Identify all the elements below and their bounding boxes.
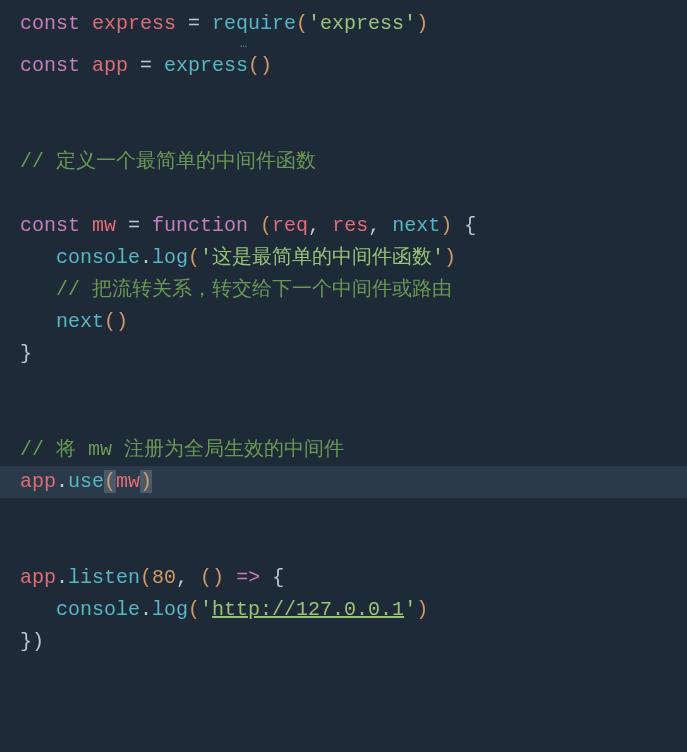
code-line-8: } — [20, 338, 667, 370]
comment-text: 把流转关系，转交给下一个中间件或路由 — [80, 278, 452, 301]
console: console — [56, 246, 140, 269]
comment-slash: // — [20, 150, 44, 173]
param-next: next — [392, 214, 440, 237]
var-express: express — [92, 12, 176, 35]
code-line-13: }) — [20, 626, 667, 658]
fn-next: next — [56, 310, 104, 333]
blank-line — [20, 402, 667, 434]
code-line-comment-3: // 将 mw 注册为全局生效的中间件 — [20, 434, 667, 466]
param-req: req — [272, 214, 308, 237]
comment-mw-ref: mw — [88, 438, 112, 461]
code-line-comment-2: // 把流转关系，转交给下一个中间件或路由 — [20, 274, 667, 306]
method-use: use — [68, 470, 104, 493]
keyword-const: const — [20, 12, 80, 35]
method-log: log — [152, 246, 188, 269]
code-line-2: const app = express() — [20, 50, 667, 82]
blank-line — [20, 530, 667, 562]
code-line-active: app.use(mw) — [0, 466, 687, 498]
keyword-function: function — [152, 214, 248, 237]
code-line-1: const express = require('express') — [20, 8, 667, 40]
code-line-4: const mw = function (req, res, next) { — [20, 210, 667, 242]
string-express: 'express' — [308, 12, 416, 35]
var-app: app — [92, 54, 128, 77]
arrow-fn: => — [224, 566, 272, 589]
code-editor[interactable]: const express = require('express') … con… — [20, 8, 667, 658]
fn-require: require — [212, 12, 296, 35]
blank-line — [20, 370, 667, 402]
number-port: 80 — [152, 566, 176, 589]
string-log-msg: '这是最简单的中间件函数' — [200, 246, 444, 269]
collapse-hint: … — [240, 40, 667, 50]
code-line-7: next() — [20, 306, 667, 338]
selection-start: ( — [104, 470, 116, 493]
blank-line — [20, 114, 667, 146]
var-mw: mw — [116, 470, 140, 493]
code-line-comment-1: // 定义一个最简单的中间件函数 — [20, 146, 667, 178]
code-line-12: console.log('http://127.0.0.1') — [20, 594, 667, 626]
code-line-11: app.listen(80, () => { — [20, 562, 667, 594]
param-res: res — [332, 214, 368, 237]
selection-end: ) — [140, 470, 152, 493]
blank-line — [20, 82, 667, 114]
var-mw: mw — [92, 214, 116, 237]
blank-line — [20, 178, 667, 210]
url-link[interactable]: http://127.0.0.1 — [212, 598, 404, 621]
code-line-5: console.log('这是最简单的中间件函数') — [20, 242, 667, 274]
blank-line — [20, 498, 667, 530]
var-app: app — [20, 470, 56, 493]
comment-text: 定义一个最简单的中间件函数 — [44, 150, 316, 173]
method-listen: listen — [68, 566, 140, 589]
